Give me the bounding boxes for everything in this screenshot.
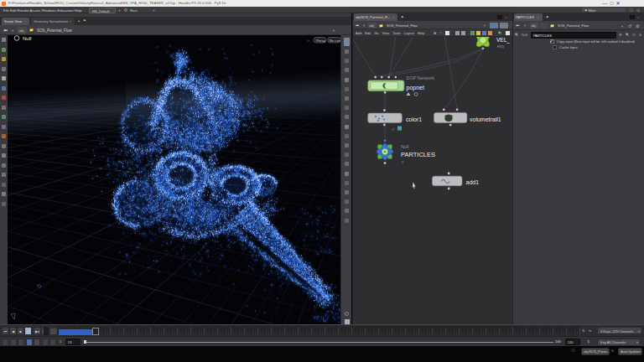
svg-text:add1: add1 [466,179,480,185]
svg-text:○: ○ [392,127,394,132]
svg-text:DOP Network: DOP Network [407,75,435,80]
svg-text:volumetrail1: volumetrail1 [470,116,501,122]
svg-text:Null: Null [23,36,31,41]
svg-text:PARTICLES: PARTICLES [401,151,435,158]
svg-text:○: ○ [402,159,404,164]
svg-text:Persp: Persp [316,39,326,43]
svg-text:Null: Null [401,144,408,149]
svg-text:etry: etry [497,44,505,49]
svg-text:No cam: No cam [330,39,340,43]
svg-text:color1: color1 [406,116,422,122]
svg-text:popnet: popnet [407,85,424,91]
svg-text:⌂: ⌂ [307,38,309,43]
